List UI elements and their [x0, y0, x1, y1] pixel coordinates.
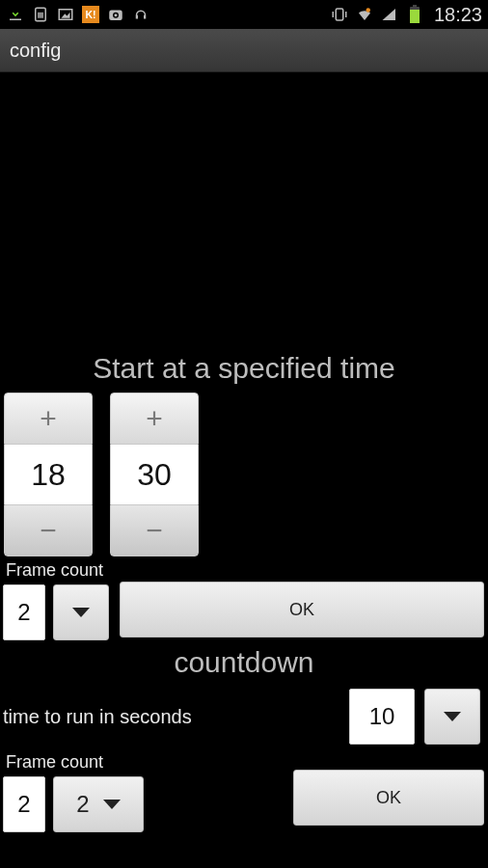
time-to-run-value[interactable]: 10 [349, 689, 415, 745]
status-right-icons: 18:23 [330, 4, 482, 26]
svg-text:K!: K! [85, 9, 95, 20]
hours-spinner: + 18 − [4, 393, 93, 556]
hours-decrement-button[interactable]: − [4, 504, 93, 556]
hours-value[interactable]: 18 [4, 445, 93, 504]
svg-rect-15 [413, 5, 417, 7]
frame-count-dropdown-2[interactable]: 2 [53, 776, 144, 832]
chevron-down-icon [103, 800, 121, 809]
content: Start at a specified time + 18 − + 30 − … [0, 352, 488, 832]
battery-icon [405, 5, 424, 24]
time-to-run-dropdown[interactable] [424, 689, 480, 745]
frame-count-value-1[interactable]: 2 [3, 584, 45, 640]
minus-icon: − [146, 514, 163, 547]
wifi-icon [355, 5, 374, 24]
chevron-down-icon [72, 608, 90, 617]
status-bar: K! 18:23 [0, 0, 488, 29]
signal-icon [380, 5, 399, 24]
status-left-icons: K! [6, 5, 150, 24]
download-icon [6, 5, 25, 24]
frame-count-value-2[interactable]: 2 [3, 776, 45, 832]
action-bar: config [0, 29, 488, 72]
status-clock: 18:23 [434, 4, 482, 26]
headphones-icon [131, 5, 150, 24]
countdown-title: countdown [0, 646, 488, 679]
time-spinners: + 18 − + 30 − [0, 393, 488, 556]
k-app-icon: K! [81, 5, 100, 24]
countdown-frame-row: Frame count 2 2 OK [0, 752, 488, 832]
svg-point-11 [366, 8, 370, 13]
minutes-value[interactable]: 30 [110, 445, 199, 504]
ok-button-countdown[interactable]: OK [293, 770, 484, 826]
ok-button-specified-time[interactable]: OK [120, 582, 484, 637]
time-to-run-label: time to run in seconds [3, 706, 349, 728]
plus-icon: + [40, 402, 57, 435]
minutes-decrement-button[interactable]: − [110, 504, 199, 556]
svg-rect-2 [38, 13, 43, 18]
action-bar-title: config [10, 40, 61, 62]
specified-time-title: Start at a specified time [0, 352, 488, 385]
camera-icon [106, 5, 125, 24]
frame-count-dropdown-1[interactable] [53, 584, 109, 640]
svg-rect-0 [10, 19, 21, 21]
minutes-spinner: + 30 − [110, 393, 199, 556]
minus-icon: − [40, 514, 57, 547]
image-icon [56, 5, 75, 24]
svg-marker-12 [382, 9, 395, 20]
svg-marker-4 [62, 13, 70, 18]
plus-icon: + [146, 402, 163, 435]
minutes-increment-button[interactable]: + [110, 393, 199, 445]
svg-point-9 [115, 14, 118, 16]
sim-icon [31, 5, 50, 24]
frame-count-label-1: Frame count [3, 560, 114, 581]
frame-count-label-2: Frame count [3, 752, 174, 773]
hours-increment-button[interactable]: + [4, 393, 93, 445]
specified-time-frame-row: Frame count 2 OK [0, 560, 488, 640]
svg-rect-10 [336, 9, 343, 20]
vibrate-icon [330, 5, 349, 24]
countdown-time-row: time to run in seconds 10 [0, 689, 488, 745]
svg-rect-14 [410, 10, 420, 23]
chevron-down-icon [444, 712, 461, 721]
frame-dropdown-value: 2 [76, 791, 89, 818]
